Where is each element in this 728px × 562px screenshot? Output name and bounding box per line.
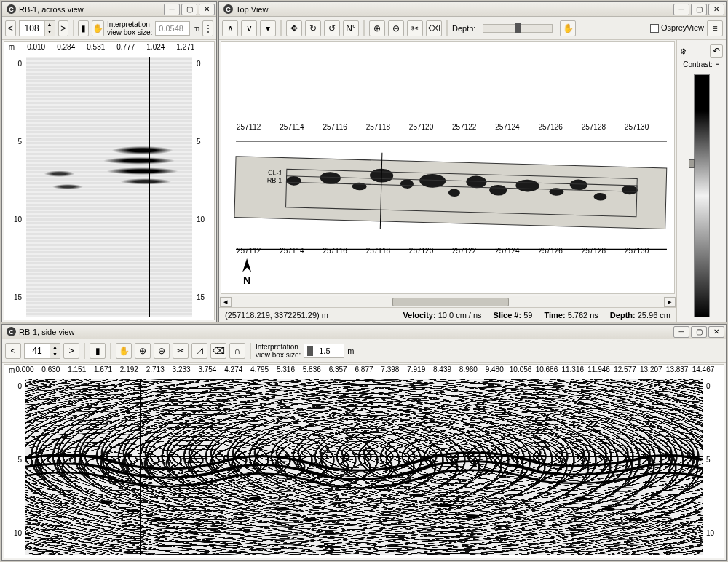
- svg-point-29: [411, 494, 425, 497]
- maximize-button[interactable]: ▢: [691, 326, 707, 338]
- view-box-unit: m: [347, 347, 354, 355]
- x-tick: 6.357: [329, 365, 347, 373]
- depth-slider[interactable]: [483, 24, 553, 33]
- contrast-slider-thumb[interactable]: [689, 159, 695, 168]
- minimize-button[interactable]: ─: [673, 326, 689, 338]
- x-tick: 0.777: [116, 43, 135, 51]
- cut-tool-button[interactable]: ✂: [173, 343, 189, 359]
- rotate-ccw-button[interactable]: ↺: [324, 20, 340, 36]
- x-tick: 8.439: [433, 365, 451, 373]
- topview-hscroll[interactable]: ◂ ▸: [219, 296, 676, 307]
- across-index-input[interactable]: [20, 21, 44, 36]
- x-tick: 0.000: [15, 365, 33, 373]
- across-viewport[interactable]: m 0.010 0.284 0.531 0.777 1.024 1.271 0 …: [4, 41, 215, 320]
- crosshair-vertical: [149, 57, 150, 317]
- across-index-spinner[interactable]: ▲ ▼: [19, 20, 55, 36]
- rotate-ccw-icon: ↺: [328, 23, 336, 33]
- svg-point-26: [249, 496, 263, 500]
- x-tick: 257112: [237, 123, 261, 131]
- zoom-in-button[interactable]: ⊕: [135, 343, 151, 359]
- across-view-panel: C RB-1, across view ─ ▢ ✕ < ▲ ▼ > ▮ ✋ In…: [1, 1, 217, 322]
- prev-button[interactable]: <: [5, 20, 16, 36]
- more-button[interactable]: ⋮: [202, 20, 213, 36]
- topview-titlebar: C Top View ─ ▢ ✕: [219, 2, 726, 17]
- maximize-button[interactable]: ▢: [181, 4, 197, 15]
- view-box-unit: m: [193, 24, 199, 33]
- sideview-viewport[interactable]: 0.0000.6301.1511.6712.1922.7133.2333.754…: [4, 364, 724, 558]
- crosshair-horizontal: [25, 456, 703, 457]
- x-tick: 257124: [495, 247, 519, 255]
- zoom-out-button[interactable]: ⊖: [154, 343, 170, 359]
- x-tick: 8.960: [459, 365, 478, 373]
- hyperbola-tool-button[interactable]: ∩: [229, 343, 245, 359]
- close-button[interactable]: ✕: [708, 326, 724, 338]
- sideview-index-spinner[interactable]: ▲ ▼: [24, 343, 60, 359]
- scroll-right-icon[interactable]: ▸: [664, 297, 676, 307]
- across-radargram[interactable]: [26, 57, 192, 317]
- minimize-button[interactable]: ─: [673, 4, 689, 15]
- x-tick: 0.284: [57, 43, 75, 51]
- minimize-button[interactable]: ─: [164, 4, 180, 15]
- slider-button[interactable]: ▮: [78, 20, 89, 36]
- x-tick: 5.836: [303, 365, 321, 373]
- x-tick: 257126: [538, 123, 562, 131]
- osprey-toggle[interactable]: OspreyView: [650, 23, 704, 33]
- spinner-down-icon[interactable]: ▼: [50, 351, 60, 358]
- next-button[interactable]: >: [63, 343, 79, 359]
- x-tick: 257128: [582, 123, 606, 131]
- svg-point-34: [628, 518, 642, 521]
- arrow-up-button[interactable]: ∧: [222, 20, 238, 36]
- undo-button[interactable]: ↶: [710, 44, 723, 58]
- rotate-cw-button[interactable]: ↻: [305, 20, 321, 36]
- close-button[interactable]: ✕: [708, 4, 724, 15]
- x-tick: 257122: [452, 123, 476, 131]
- menu-button[interactable]: ≡: [707, 20, 723, 36]
- x-tick: 3.233: [173, 365, 191, 373]
- crop-tool-button[interactable]: ✂: [407, 20, 423, 36]
- erase-tool-button[interactable]: ⌫: [426, 20, 442, 36]
- y-tick: 5: [192, 138, 201, 146]
- maximize-button[interactable]: ▢: [691, 4, 707, 15]
- svg-point-30: [439, 504, 453, 507]
- spinner-down-icon[interactable]: ▼: [44, 28, 55, 36]
- depth-label: Depth:: [452, 24, 475, 33]
- x-tick: 257116: [323, 123, 347, 131]
- topview-title: Top View: [236, 5, 673, 14]
- menu-icon: ≡: [712, 23, 717, 33]
- spinner-up-icon[interactable]: ▲: [50, 344, 60, 351]
- pan-tool-button[interactable]: ✋: [92, 20, 104, 36]
- svg-point-28: [303, 518, 317, 521]
- scroll-thumb[interactable]: [392, 298, 509, 306]
- x-tick: 14.467: [692, 365, 715, 373]
- across-title: RB-1, across view: [19, 5, 164, 14]
- pick-tool-button[interactable]: ⩘: [191, 343, 207, 359]
- arrow-down-button[interactable]: ∨: [241, 20, 257, 36]
- move-icon: ✥: [290, 23, 298, 33]
- pan-tool-button[interactable]: ✋: [116, 343, 132, 359]
- x-tick: 1.151: [68, 365, 86, 373]
- x-tick: 257118: [366, 123, 390, 131]
- view-box-size-input[interactable]: [155, 21, 190, 36]
- next-button[interactable]: >: [58, 20, 69, 36]
- view-box-size-input[interactable]: [316, 345, 341, 357]
- zoom-in-button[interactable]: ⊕: [369, 20, 385, 36]
- sideview-index-input[interactable]: [25, 344, 50, 358]
- close-button[interactable]: ✕: [199, 4, 215, 15]
- slider-button[interactable]: ▮: [90, 343, 106, 359]
- sideview-radargram[interactable]: [25, 379, 703, 555]
- spinner-up-icon[interactable]: ▲: [44, 21, 55, 28]
- scroll-left-icon[interactable]: ◂: [220, 297, 232, 307]
- sliders-icon: ⚙: [680, 47, 687, 55]
- contrast-colorbar[interactable]: [694, 74, 710, 317]
- pan-tool-button[interactable]: ✋: [560, 20, 576, 36]
- layers-down-button[interactable]: ▾: [260, 20, 276, 36]
- north-align-button[interactable]: N°: [343, 20, 359, 36]
- x-tick: 257120: [409, 123, 433, 131]
- erase-tool-button[interactable]: ⌫: [210, 343, 226, 359]
- sideview-toolbar: < ▲ ▼ > ▮ ✋ ⊕ ⊖ ✂ ⩘ ⌫ ∩ Interpretation v…: [2, 339, 726, 363]
- zoom-out-button[interactable]: ⊖: [388, 20, 404, 36]
- prev-button[interactable]: <: [5, 343, 21, 359]
- move-tool-button[interactable]: ✥: [286, 20, 302, 36]
- topview-viewport[interactable]: CL-1 RB-1 N 257112: [221, 41, 675, 294]
- side-view-panel: C RB-1, side view ─ ▢ ✕ < ▲ ▼ > ▮ ✋ ⊕: [1, 324, 727, 561]
